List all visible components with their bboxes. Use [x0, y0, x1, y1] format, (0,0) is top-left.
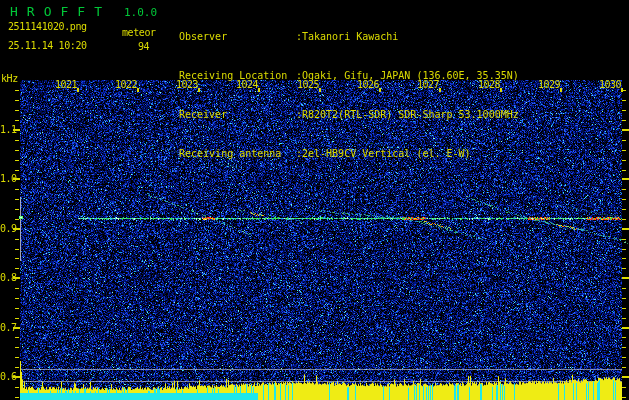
- freq-minor-tick-right: [622, 337, 626, 338]
- freq-minor-tick-left: [15, 150, 19, 151]
- time-tick-label: 1029: [532, 80, 560, 90]
- time-tick: [621, 88, 623, 92]
- freq-minor-tick-right: [622, 308, 626, 309]
- freq-minor-tick-left: [15, 288, 19, 289]
- freq-minor-tick-right: [622, 110, 626, 111]
- freq-minor-tick-left: [15, 357, 19, 358]
- freq-major-tick-left: [13, 178, 20, 180]
- freq-minor-tick-left: [15, 90, 19, 91]
- freq-minor-tick-left: [15, 308, 19, 309]
- freq-minor-tick-right: [622, 318, 626, 319]
- freq-minor-tick-left: [15, 318, 19, 319]
- freq-minor-tick-right: [622, 170, 626, 171]
- axes-layer: kHz 1.11.00.90.80.70.6102110221023102410…: [0, 0, 629, 400]
- time-tick: [379, 88, 381, 92]
- freq-minor-tick-left: [15, 249, 19, 250]
- freq-major-tick-right: [622, 228, 629, 230]
- freq-minor-tick-right: [622, 367, 626, 368]
- freq-minor-tick-right: [622, 150, 626, 151]
- freq-minor-tick-left: [15, 170, 19, 171]
- freq-minor-tick-right: [622, 140, 626, 141]
- freq-minor-tick-left: [15, 219, 19, 220]
- freq-minor-tick-right: [622, 288, 626, 289]
- freq-tick-label: 1.1: [0, 125, 14, 135]
- freq-tick-label: 0.6: [0, 372, 14, 382]
- freq-minor-tick-left: [15, 100, 19, 101]
- freq-minor-tick-left: [15, 120, 19, 121]
- freq-minor-tick-right: [622, 160, 626, 161]
- freq-major-tick-left: [13, 277, 20, 279]
- freq-minor-tick-left: [15, 110, 19, 111]
- time-tick-label: 1021: [49, 80, 77, 90]
- freq-major-tick-left: [13, 129, 20, 131]
- time-tick: [77, 88, 79, 92]
- freq-tick-label: 0.9: [0, 224, 14, 234]
- hrofft-window: HROFFT 1.0.0 2511141020.png meteor 25.11…: [0, 0, 629, 400]
- time-tick: [500, 88, 502, 92]
- time-tick: [258, 88, 260, 92]
- freq-major-tick-right: [622, 129, 629, 131]
- freq-minor-tick-left: [15, 189, 19, 190]
- freq-major-tick-right: [622, 376, 629, 378]
- time-tick-label: 1025: [291, 80, 319, 90]
- time-tick-label: 1030: [593, 80, 621, 90]
- freq-minor-tick-right: [622, 100, 626, 101]
- freq-minor-tick-right: [622, 258, 626, 259]
- freq-minor-tick-right: [622, 189, 626, 190]
- freq-minor-tick-right: [622, 298, 626, 299]
- freq-major-tick-left: [13, 376, 20, 378]
- freq-minor-tick-right: [622, 387, 626, 388]
- freq-minor-tick-right: [622, 219, 626, 220]
- time-tick-label: 1028: [472, 80, 500, 90]
- freq-minor-tick-right: [622, 239, 626, 240]
- freq-major-tick-right: [622, 327, 629, 329]
- time-tick: [198, 88, 200, 92]
- freq-minor-tick-left: [15, 397, 19, 398]
- freq-unit-label: kHz: [1, 73, 18, 84]
- freq-minor-tick-left: [15, 199, 19, 200]
- freq-tick-label: 0.7: [0, 323, 14, 333]
- freq-minor-tick-left: [15, 367, 19, 368]
- freq-minor-tick-left: [15, 298, 19, 299]
- freq-minor-tick-right: [622, 199, 626, 200]
- time-tick-label: 1023: [170, 80, 198, 90]
- freq-minor-tick-right: [622, 209, 626, 210]
- freq-tick-label: 1.0: [0, 174, 14, 184]
- freq-minor-tick-right: [622, 249, 626, 250]
- freq-minor-tick-right: [622, 357, 626, 358]
- freq-tick-label: 0.8: [0, 273, 14, 283]
- freq-minor-tick-left: [15, 337, 19, 338]
- freq-major-tick-right: [622, 277, 629, 279]
- freq-minor-tick-left: [15, 239, 19, 240]
- freq-minor-tick-right: [622, 347, 626, 348]
- freq-minor-tick-left: [15, 347, 19, 348]
- time-tick-label: 1026: [351, 80, 379, 90]
- freq-minor-tick-right: [622, 397, 626, 398]
- time-tick-label: 1024: [230, 80, 258, 90]
- time-tick: [439, 88, 441, 92]
- freq-minor-tick-left: [15, 160, 19, 161]
- time-tick: [319, 88, 321, 92]
- time-tick-label: 1022: [109, 80, 137, 90]
- freq-minor-tick-right: [622, 268, 626, 269]
- time-tick-label: 1027: [411, 80, 439, 90]
- freq-minor-tick-right: [622, 120, 626, 121]
- time-tick: [560, 88, 562, 92]
- freq-minor-tick-left: [15, 268, 19, 269]
- freq-major-tick-left: [13, 327, 20, 329]
- freq-minor-tick-left: [15, 258, 19, 259]
- freq-major-tick-right: [622, 178, 629, 180]
- freq-minor-tick-left: [15, 209, 19, 210]
- freq-major-tick-left: [13, 228, 20, 230]
- time-tick: [137, 88, 139, 92]
- freq-minor-tick-left: [15, 140, 19, 141]
- freq-minor-tick-left: [15, 387, 19, 388]
